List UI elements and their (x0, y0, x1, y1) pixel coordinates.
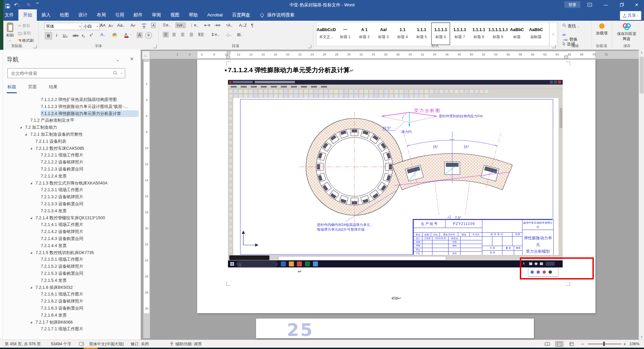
save-to-netdisk-button[interactable]: 保存到百度网盘 (616, 31, 637, 41)
nav-tab[interactable]: 页面 (28, 84, 37, 90)
line-spacing-icon[interactable]: ⇕≡⌄ (211, 32, 219, 37)
bullets-icon[interactable]: ⠿≡⌄ (163, 23, 171, 28)
scroll-up-icon[interactable]: ▲ (639, 49, 644, 55)
expand-triangle-icon[interactable] (30, 252, 32, 254)
nav-tab[interactable]: 标题 (7, 84, 16, 90)
nav-item[interactable]: 7.2.1.5 数控线切割机床DK7735 (0, 249, 139, 256)
nav-pane-close-icon[interactable]: ✕ (130, 56, 134, 62)
nav-item[interactable]: 7.2.1.2.4 发票 (0, 173, 139, 180)
style-item[interactable]: 1.1.1.1标题 7 (450, 22, 469, 45)
align-center-icon[interactable]: ☰ (172, 32, 176, 37)
grow-font-icon[interactable]: A˄ (100, 23, 105, 28)
nav-item[interactable]: 7.1.1.2.3 弹性膨胀动力单元设计图纸及“载荷-… (0, 103, 139, 110)
phonetic-guide-icon[interactable]: wén文 (142, 22, 146, 28)
nav-item[interactable]: 7.2.1.5.1 现场工作图片 (0, 256, 139, 263)
track-changes[interactable]: 修订: 关闭 (131, 340, 149, 348)
bold-button[interactable]: B (45, 32, 52, 39)
numbering-icon[interactable]: ⅓≡⌄ (175, 22, 186, 28)
nav-item[interactable]: 7.2.1.5.2 设备铭牌照片 (0, 263, 139, 270)
borders-icon[interactable]: ⊞⌄ (237, 32, 243, 37)
nav-item[interactable]: 7.2.1 加工制造设备的完整性 (0, 131, 139, 138)
italic-button[interactable]: I (54, 32, 60, 39)
expand-triangle-icon[interactable] (30, 321, 32, 323)
search-input[interactable] (10, 70, 109, 77)
zoom-in-icon[interactable]: + (623, 340, 626, 348)
style-item[interactable]: 一标题 1 (336, 22, 355, 45)
zoom-percent[interactable]: 106% (629, 340, 640, 348)
sign-in-button[interactable]: 登录 (564, 1, 580, 8)
highlight-icon[interactable]: ab (112, 32, 117, 37)
expand-triangle-icon[interactable] (30, 217, 32, 219)
ribbon-tab[interactable]: 插入 (37, 9, 55, 21)
tell-me-search[interactable]: 操作说明搜索 (266, 9, 299, 21)
paste-button[interactable]: 粘贴⌄ (3, 22, 17, 46)
nav-item[interactable]: 7.2.1.5.4 发票 (0, 277, 139, 284)
nav-item[interactable]: 7.2.1.6.2 设备铭牌照片 (0, 298, 139, 305)
page-info[interactable]: 第 458 页, 共 976 页 (5, 340, 41, 348)
nav-item[interactable]: 7.2.1.3.1 现场工作图片 (0, 187, 139, 194)
expand-triangle-icon[interactable] (20, 126, 22, 128)
nav-item[interactable]: 7.2.1.4.1 现场工作图片 (0, 221, 139, 228)
vertical-ruler[interactable]: 24681012141618202224262830 (143, 59, 150, 338)
show-marks-icon[interactable]: ¶ (251, 23, 253, 28)
nav-item[interactable]: 7.2.1.7 刨床BK6066 (0, 319, 139, 326)
ribbon-tab[interactable]: 邮件 (129, 9, 147, 21)
paragraph-dialog-launcher[interactable] (308, 45, 311, 48)
nav-item[interactable]: 7.2.1.4 数控管螺纹车床QK1313*1500 (0, 215, 139, 222)
sort-icon[interactable]: A↓Z (239, 23, 247, 28)
asian-layout-icon[interactable]: ˣA⌄ (226, 23, 233, 28)
scroll-down-icon[interactable]: ▼ (639, 334, 644, 340)
style-item[interactable]: 1.1标题 4 (393, 22, 412, 45)
superscript-button[interactable]: x2 (90, 33, 93, 37)
vertical-scrollbar[interactable]: ▲ ▼ (639, 49, 644, 340)
nav-item[interactable]: 7.2.1.5.3 设备购置合同 (0, 270, 139, 277)
share-button[interactable]: 共享 ⌄ (620, 11, 641, 20)
nav-item[interactable]: 7.2.1.6.1 现场工作图片 (0, 291, 139, 298)
ribbon-tab[interactable]: 绘图 (55, 9, 74, 21)
add-ins-button[interactable]: 加载项 (592, 31, 611, 36)
nav-item[interactable]: 7.2.1.1 设备列表 (0, 138, 139, 145)
left-indent-marker[interactable] (226, 55, 230, 59)
distribute-icon[interactable]: ⦀☰ (198, 32, 204, 37)
nav-item[interactable]: 7.2.1.3.2 设备铭牌照片 (0, 194, 139, 201)
nav-item[interactable]: 7.2.1.2.3 设备购置合同 (0, 166, 139, 173)
right-indent-marker[interactable] (564, 55, 568, 59)
search-icon[interactable] (113, 71, 117, 77)
ribbon-tab[interactable]: 开始 (18, 9, 37, 21)
strikethrough-button[interactable]: abc (72, 32, 80, 39)
add-ins-icon[interactable] (599, 23, 605, 29)
nav-item[interactable]: 7.2.1.2.2 设备铭牌照片 (0, 159, 139, 166)
zoom-out-icon[interactable]: − (581, 340, 584, 348)
nav-item[interactable]: 7.2.1.6.3 设备购置合同 (0, 305, 139, 312)
align-left-icon[interactable]: ☰ (163, 32, 169, 37)
ribbon-tab[interactable]: 审阅 (147, 9, 166, 21)
clear-format-icon[interactable]: A◤ (131, 23, 136, 28)
style-item[interactable]: 1.1.1.1标题 8 (469, 22, 488, 45)
style-item[interactable]: AaBbC副标题 (527, 22, 546, 45)
first-line-indent-marker[interactable] (227, 51, 230, 54)
ribbon-tab[interactable]: 百度网盘 (228, 9, 255, 21)
style-item[interactable]: A 1标题 2 (355, 22, 374, 45)
ribbon-tab[interactable]: 引用 (110, 9, 129, 21)
increase-indent-icon[interactable]: ⇥≡ (214, 23, 220, 28)
multilevel-list-icon[interactable]: ⋮≡⌄ (189, 23, 198, 28)
replace-button[interactable]: ab⇢ac 替换 (562, 32, 578, 42)
align-right-icon[interactable]: ☰ (181, 32, 185, 37)
nav-item[interactable]: 7.2.1.3 数控立式升降台铣床XKA5040A (0, 180, 139, 187)
zoom-slider-thumb[interactable] (603, 342, 605, 346)
shading-a-icon[interactable]: A (137, 32, 143, 38)
expand-triangle-icon[interactable] (30, 182, 32, 184)
ribbon-tab[interactable]: Acrobat (203, 9, 228, 21)
nav-item[interactable]: 7.1.1.2.2 弹性扩张热采封隔器结构原理图 (0, 96, 139, 103)
nav-item[interactable]: 7.1.1.2.4 弹性膨胀动力单元受力分析及计算 (0, 110, 139, 117)
nav-tab[interactable]: 结果 (49, 84, 58, 90)
nav-item[interactable]: 7.2.1.7.1 现场工作图片 (0, 326, 139, 333)
shading-bucket-icon[interactable]: ◇⌄ (226, 32, 232, 37)
horizontal-ruler[interactable]: 2468101214161820222426283032343638404244… (150, 51, 639, 59)
search-dropdown-icon[interactable]: ⌄ (120, 71, 123, 74)
word-count[interactable]: 53494 个字 (51, 340, 71, 348)
nav-item[interactable]: 7.2.1.4.3 设备购置合同 (0, 235, 139, 242)
ribbon-tab[interactable]: 帮助 (184, 9, 203, 21)
font-color-icon[interactable]: A⌄ (125, 32, 129, 38)
find-button[interactable]: 查找 ⌄ (562, 23, 579, 29)
